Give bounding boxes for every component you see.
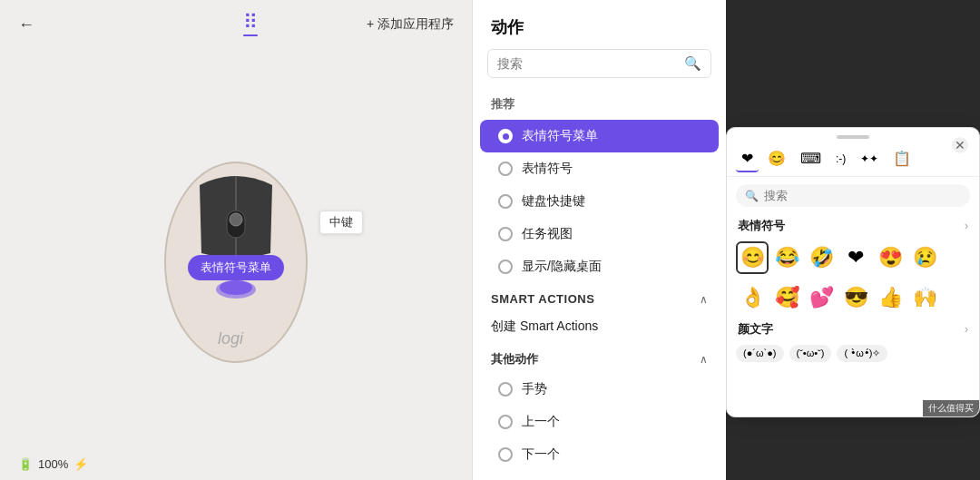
other-actions-chevron: ∧ [700,353,708,366]
emoji-cell-cry[interactable]: 😢 [908,241,941,274]
emoji-cell-smiling[interactable]: 🥰 [770,281,803,314]
other-action-list: 手势 上一个 下一个 [473,373,726,471]
kaomoji-2[interactable]: (˘•ω•˘) [789,345,832,362]
emoji-grid-row2: 👌 🥰 💕 😎 👍 🙌 [727,278,979,318]
bluetooth-icon: ⚡ [74,457,88,471]
emoji-tab-bar: ❤ 😊 ⌨ :-) ✦✦ 📋 [727,142,979,177]
item-label-emoji-menu: 表情符号菜单 [522,128,598,144]
radio-next [498,447,513,462]
action-panel: 动作 🔍 推荐 表情符号菜单 表情符号 键盘快捷键 任务视图 显示/隐藏桌面 S… [472,0,726,480]
action-item-emoji[interactable]: 表情符号 [480,152,719,185]
action-item-prev[interactable]: 上一个 [480,406,719,438]
grid-icon: ⠿ [243,13,258,33]
tab-smiley[interactable]: 😊 [762,146,791,172]
radio-filled [498,129,513,143]
emoji-cell-raised[interactable]: 🙌 [908,281,941,314]
emoji-search-input[interactable] [764,189,961,202]
action-item-desktop[interactable]: 显示/隐藏桌面 [480,250,719,283]
svg-point-5 [220,280,252,295]
emoji-cell-hearteyes[interactable]: 😍 [874,241,906,274]
action-item-next[interactable]: 下一个 [480,438,719,471]
action-item-keyboard[interactable]: 键盘快捷键 [480,185,719,218]
action-item-gesture[interactable]: 手势 [480,373,719,406]
smart-actions-title: SMART ACTIONS [491,292,594,306]
radio-gesture [498,382,513,397]
close-icon: ✕ [955,138,965,152]
left-panel: ← ⠿ + 添加应用程序 [0,0,472,480]
create-smart-action-item[interactable]: 创建 Smart Actions [473,311,726,342]
emoji-cell-heart[interactable]: ❤ [839,241,872,274]
create-smart-action-label: 创建 Smart Actions [491,318,598,333]
add-app-button[interactable]: + 添加应用程序 [367,16,454,33]
mouse-container: logi 中键 表情符号菜单 [0,49,472,448]
mouse-svg: logi [136,113,336,385]
emoji-cell-cool[interactable]: 😎 [839,281,872,314]
emoji-section-header: 表情符号 › [727,214,979,238]
emoji-cell-hearts[interactable]: 💕 [805,281,838,314]
emoji-cell-thumbsup[interactable]: 👍 [874,281,906,314]
kaomoji-section-arrow[interactable]: › [965,323,968,336]
kaomoji-section-header: 颜文字 › [727,318,979,341]
tab-keyboard[interactable]: ⌨ [795,146,827,172]
item-label-gesture: 手势 [522,381,547,397]
tab-heart[interactable]: ❤ [736,146,759,172]
kaomoji-section-title: 颜文字 [738,321,773,338]
add-app-label: + 添加应用程序 [367,16,454,33]
emoji-cell-ok[interactable]: 👌 [736,281,769,314]
action-item-taskview[interactable]: 任务视图 [480,218,719,250]
action-item-emoji-menu[interactable]: 表情符号菜单 [480,120,719,152]
item-label-keyboard: 键盘快捷键 [522,193,585,210]
top-bar: ← ⠿ + 添加应用程序 [0,0,472,49]
search-input[interactable] [497,56,679,71]
radio-inner [503,133,509,140]
battery-percentage: 100% [38,457,68,471]
emoji-cell-grinning[interactable]: 😊 [736,241,769,274]
battery-icon: 🔋 [18,457,33,471]
svg-point-3 [230,213,242,226]
mouse-wrapper: logi 中键 表情符号菜单 [136,113,336,385]
kaomoji-1[interactable]: (●´ω`●) [736,345,784,362]
emoji-section-arrow[interactable]: › [965,220,968,232]
other-actions-header[interactable]: 其他动作 ∧ [473,342,726,373]
tab-symbols[interactable]: ✦✦ [855,149,884,171]
radio-empty [498,162,513,176]
emoji-cell-joy[interactable]: 😂 [770,241,803,274]
radio-empty-3 [498,227,513,241]
search-box[interactable]: 🔍 [487,49,711,78]
emoji-cell-rofl[interactable]: 🤣 [805,241,838,274]
battery-bar: 🔋 100% ⚡ [0,448,472,480]
app-icons-tab[interactable]: ⠿ [243,13,258,36]
kaomoji-grid: (●´ω`●) (˘•ω•˘) ( •̀ω•́)✧ [727,341,979,366]
radio-prev [498,415,513,429]
smart-actions-chevron: ∧ [700,293,708,306]
tab-underline [243,34,258,36]
item-label-taskview: 任务视图 [522,226,573,242]
watermark: 什么值得买 [923,400,979,416]
tab-kaomoji[interactable]: :-) [830,149,851,171]
emoji-picker: ✕ ❤ 😊 ⌨ :-) ✦✦ 📋 🔍 表情符号 › 😊 😂 🤣 ❤ 😍 � [726,127,980,417]
close-button[interactable]: ✕ [952,137,968,153]
emoji-menu-button-label[interactable]: 表情符号菜单 [188,255,284,280]
radio-empty-4 [498,260,513,274]
recommended-section-label: 推荐 [473,93,726,120]
middle-button-label: 中键 [319,211,363,234]
panel-title: 动作 [473,0,726,49]
item-label-emoji: 表情符号 [522,161,573,177]
item-label-desktop: 显示/隐藏桌面 [522,259,602,275]
emoji-grid-row1: 😊 😂 🤣 ❤ 😍 😢 [727,238,979,278]
emoji-search-icon: 🔍 [745,190,759,202]
search-icon: 🔍 [684,55,701,72]
emoji-section-title: 表情符号 [738,218,785,234]
emoji-search-box[interactable]: 🔍 [736,184,970,207]
tab-clipboard[interactable]: 📋 [887,146,916,172]
background-panel: ✕ ❤ 😊 ⌨ :-) ✦✦ 📋 🔍 表情符号 › 😊 😂 🤣 ❤ 😍 � [726,0,980,480]
radio-empty-2 [498,194,513,209]
svg-text:logi: logi [218,329,244,348]
item-label-next: 下一个 [522,446,560,463]
item-label-prev: 上一个 [522,414,560,430]
kaomoji-3[interactable]: ( •̀ω•́)✧ [837,345,887,362]
other-actions-title: 其他动作 [491,351,538,367]
drag-handle [837,135,869,139]
smart-actions-header[interactable]: SMART ACTIONS ∧ [473,283,726,311]
back-button[interactable]: ← [18,15,34,34]
